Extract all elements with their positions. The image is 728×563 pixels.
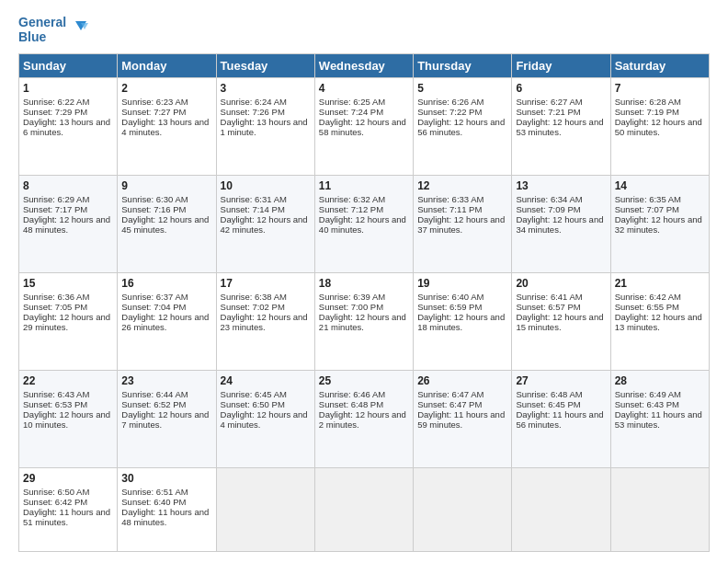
daylight-label: Daylight: 12 hours and 53 minutes. <box>516 117 603 137</box>
daylight-label: Daylight: 12 hours and 50 minutes. <box>615 117 702 137</box>
sunrise-label: Sunrise: 6:46 AM <box>319 389 385 399</box>
daylight-label: Daylight: 12 hours and 18 minutes. <box>417 312 505 332</box>
col-thursday: Thursday <box>414 54 512 78</box>
daylight-label: Daylight: 12 hours and 2 minutes. <box>319 409 406 430</box>
sunrise-label: Sunrise: 6:23 AM <box>121 97 188 107</box>
daylight-label: Daylight: 12 hours and 23 minutes. <box>221 312 308 332</box>
sunset-label: Sunset: 6:40 PM <box>121 497 186 507</box>
sunrise-label: Sunrise: 6:50 AM <box>23 487 89 497</box>
day-number: 3 <box>221 82 311 95</box>
header: General Blue <box>18 15 710 44</box>
sunset-label: Sunset: 6:43 PM <box>615 399 679 409</box>
sunrise-label: Sunrise: 6:37 AM <box>121 292 188 302</box>
day-number: 24 <box>221 374 311 387</box>
daylight-label: Daylight: 13 hours and 1 minute. <box>221 117 308 137</box>
day-number: 20 <box>516 277 606 290</box>
sunset-label: Sunset: 6:57 PM <box>516 302 580 312</box>
sunrise-label: Sunrise: 6:44 AM <box>121 389 188 399</box>
sunrise-label: Sunrise: 6:41 AM <box>516 292 582 302</box>
daylight-label: Daylight: 13 hours and 4 minutes. <box>121 117 209 137</box>
daylight-label: Daylight: 12 hours and 48 minutes. <box>23 214 110 235</box>
table-row: 13Sunrise: 6:34 AMSunset: 7:09 PMDayligh… <box>512 176 610 273</box>
table-row: 12Sunrise: 6:33 AMSunset: 7:11 PMDayligh… <box>414 176 512 273</box>
table-row: 26Sunrise: 6:47 AMSunset: 6:47 PMDayligh… <box>414 371 512 468</box>
sunrise-label: Sunrise: 6:32 AM <box>319 194 385 204</box>
day-number: 1 <box>23 82 113 95</box>
daylight-label: Daylight: 12 hours and 58 minutes. <box>319 117 406 137</box>
sunset-label: Sunset: 7:00 PM <box>319 302 383 312</box>
daylight-label: Daylight: 12 hours and 13 minutes. <box>615 312 702 332</box>
sunset-label: Sunset: 7:02 PM <box>221 302 285 312</box>
sunrise-label: Sunrise: 6:39 AM <box>319 292 385 302</box>
sunset-label: Sunset: 7:11 PM <box>417 204 482 214</box>
sunrise-label: Sunrise: 6:26 AM <box>417 97 483 107</box>
sunrise-label: Sunrise: 6:29 AM <box>23 194 89 204</box>
sunset-label: Sunset: 6:45 PM <box>516 399 580 409</box>
sunrise-label: Sunrise: 6:34 AM <box>516 194 582 204</box>
day-number: 30 <box>121 472 211 485</box>
col-monday: Monday <box>118 54 216 78</box>
table-row: 17Sunrise: 6:38 AMSunset: 7:02 PMDayligh… <box>216 273 314 371</box>
table-row: 14Sunrise: 6:35 AMSunset: 7:07 PMDayligh… <box>610 176 709 273</box>
daylight-label: Daylight: 12 hours and 40 minutes. <box>319 214 406 235</box>
table-row: 16Sunrise: 6:37 AMSunset: 7:04 PMDayligh… <box>118 273 216 371</box>
sunrise-label: Sunrise: 6:40 AM <box>417 292 483 302</box>
sunset-label: Sunset: 7:29 PM <box>23 107 87 117</box>
daylight-label: Daylight: 11 hours and 59 minutes. <box>417 409 505 430</box>
table-row: 3Sunrise: 6:24 AMSunset: 7:26 PMDaylight… <box>216 78 314 176</box>
day-number: 19 <box>417 277 507 290</box>
table-row: 22Sunrise: 6:43 AMSunset: 6:53 PMDayligh… <box>19 371 118 468</box>
sunset-label: Sunset: 6:55 PM <box>615 302 679 312</box>
sunset-label: Sunset: 7:27 PM <box>121 107 186 117</box>
table-row: 29Sunrise: 6:50 AMSunset: 6:42 PMDayligh… <box>19 468 118 552</box>
sunset-label: Sunset: 6:50 PM <box>221 399 285 409</box>
table-row: 30Sunrise: 6:51 AMSunset: 6:40 PMDayligh… <box>118 468 216 552</box>
daylight-label: Daylight: 12 hours and 45 minutes. <box>121 214 209 235</box>
logo: General Blue <box>18 15 88 44</box>
table-row <box>414 468 512 552</box>
table-row: 19Sunrise: 6:40 AMSunset: 6:59 PMDayligh… <box>414 273 512 371</box>
daylight-label: Daylight: 11 hours and 48 minutes. <box>121 507 209 527</box>
daylight-label: Daylight: 11 hours and 51 minutes. <box>23 507 110 527</box>
sunset-label: Sunset: 7:12 PM <box>319 204 383 214</box>
sunset-label: Sunset: 7:22 PM <box>417 107 482 117</box>
sunrise-label: Sunrise: 6:33 AM <box>417 194 483 204</box>
daylight-label: Daylight: 11 hours and 53 minutes. <box>615 409 702 430</box>
table-row: 6Sunrise: 6:27 AMSunset: 7:21 PMDaylight… <box>512 78 610 176</box>
sunrise-label: Sunrise: 6:31 AM <box>221 194 287 204</box>
sunset-label: Sunset: 6:52 PM <box>121 399 186 409</box>
sunset-label: Sunset: 7:16 PM <box>121 204 186 214</box>
day-number: 6 <box>516 82 606 95</box>
day-number: 14 <box>615 179 705 192</box>
sunset-label: Sunset: 7:19 PM <box>615 107 679 117</box>
daylight-label: Daylight: 12 hours and 37 minutes. <box>417 214 505 235</box>
sunrise-label: Sunrise: 6:22 AM <box>23 97 89 107</box>
daylight-label: Daylight: 11 hours and 56 minutes. <box>516 409 603 430</box>
day-number: 21 <box>615 277 705 290</box>
sunrise-label: Sunrise: 6:28 AM <box>615 97 681 107</box>
day-number: 27 <box>516 374 606 387</box>
day-number: 22 <box>23 374 113 387</box>
day-number: 4 <box>319 82 409 95</box>
sunset-label: Sunset: 7:14 PM <box>221 204 285 214</box>
col-tuesday: Tuesday <box>216 54 314 78</box>
daylight-label: Daylight: 12 hours and 26 minutes. <box>121 312 209 332</box>
logo-line1: General <box>18 15 66 29</box>
sunrise-label: Sunrise: 6:47 AM <box>417 389 483 399</box>
table-row <box>610 468 709 552</box>
daylight-label: Daylight: 12 hours and 21 minutes. <box>319 312 406 332</box>
sunrise-label: Sunrise: 6:43 AM <box>23 389 89 399</box>
sunrise-label: Sunrise: 6:30 AM <box>121 194 188 204</box>
day-number: 5 <box>417 82 507 95</box>
sunset-label: Sunset: 6:53 PM <box>23 399 87 409</box>
table-row: 4Sunrise: 6:25 AMSunset: 7:24 PMDaylight… <box>314 78 413 176</box>
sunrise-label: Sunrise: 6:48 AM <box>516 389 582 399</box>
table-row <box>314 468 413 552</box>
table-row: 21Sunrise: 6:42 AMSunset: 6:55 PMDayligh… <box>610 273 709 371</box>
header-row: Sunday Monday Tuesday Wednesday Thursday… <box>19 54 710 78</box>
col-sunday: Sunday <box>19 54 118 78</box>
daylight-label: Daylight: 12 hours and 29 minutes. <box>23 312 110 332</box>
logo-icon <box>68 19 88 40</box>
logo-text: General Blue <box>18 15 66 44</box>
logo-line2: Blue <box>18 29 66 44</box>
